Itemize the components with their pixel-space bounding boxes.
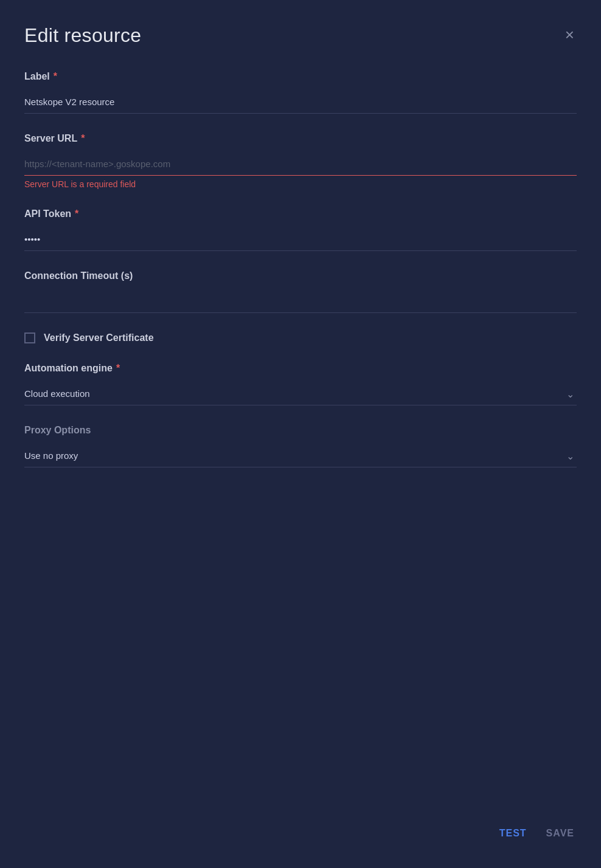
server-url-label: Server URL * xyxy=(24,133,577,144)
api-token-required-star: * xyxy=(75,208,78,219)
save-button[interactable]: SAVE xyxy=(544,823,577,844)
dialog-header: Edit resource × xyxy=(24,24,577,47)
automation-engine-text: Automation engine xyxy=(24,363,113,374)
verify-certificate-label[interactable]: Verify Server Certificate xyxy=(44,332,154,343)
dialog-title: Edit resource xyxy=(24,24,141,47)
api-token-label: API Token * xyxy=(24,208,577,219)
connection-timeout-input[interactable] xyxy=(24,290,577,313)
label-text: Label xyxy=(24,71,50,82)
proxy-options-select[interactable]: Use no proxy Use system proxy Use custom… xyxy=(24,444,577,467)
api-token-text: API Token xyxy=(24,208,71,219)
automation-engine-label: Automation engine * xyxy=(24,363,577,374)
connection-timeout-label: Connection Timeout (s) xyxy=(24,270,577,281)
automation-engine-section: Automation engine * Cloud execution On-p… xyxy=(24,363,577,405)
edit-resource-dialog: Edit resource × Label * Server URL * Ser… xyxy=(0,0,601,868)
label-field-label: Label * xyxy=(24,71,577,82)
server-url-section: Server URL * Server URL is a required fi… xyxy=(24,133,577,189)
api-token-input[interactable] xyxy=(24,228,577,251)
automation-engine-select-wrapper: Cloud execution On-premise execution ⌄ xyxy=(24,382,577,405)
proxy-options-section: Proxy Options Use no proxy Use system pr… xyxy=(24,425,577,467)
automation-engine-required-star: * xyxy=(116,363,120,374)
automation-engine-select[interactable]: Cloud execution On-premise execution xyxy=(24,382,577,405)
api-token-section: API Token * xyxy=(24,208,577,251)
server-url-required-star: * xyxy=(81,133,85,144)
server-url-input-wrapper: Server URL is a required field xyxy=(24,153,577,189)
dialog-footer: TEST SAVE xyxy=(497,823,577,844)
proxy-options-select-wrapper: Use no proxy Use system proxy Use custom… xyxy=(24,444,577,467)
connection-timeout-section: Connection Timeout (s) xyxy=(24,270,577,313)
server-url-error: Server URL is a required field xyxy=(24,179,577,189)
connection-timeout-text: Connection Timeout (s) xyxy=(24,270,133,281)
server-url-text: Server URL xyxy=(24,133,77,144)
verify-certificate-row: Verify Server Certificate xyxy=(24,332,577,343)
verify-certificate-checkbox[interactable] xyxy=(24,332,35,343)
test-button[interactable]: TEST xyxy=(497,823,529,844)
proxy-options-label: Proxy Options xyxy=(24,425,577,436)
server-url-input[interactable] xyxy=(24,153,577,176)
label-section: Label * xyxy=(24,71,577,114)
close-button[interactable]: × xyxy=(563,24,577,45)
label-input[interactable] xyxy=(24,91,577,114)
label-required-star: * xyxy=(54,71,57,82)
